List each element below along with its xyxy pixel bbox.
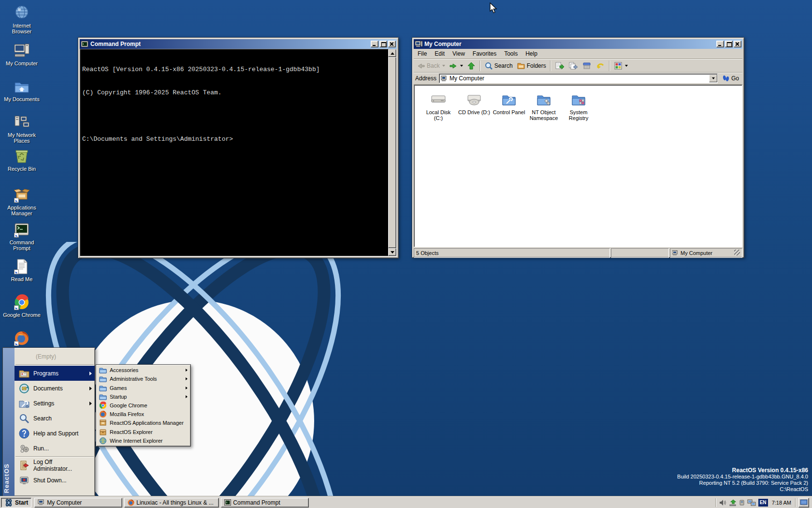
language-indicator[interactable]: EN bbox=[758, 499, 768, 507]
search-button[interactable]: Search bbox=[482, 60, 515, 72]
start-menu-item-log-off[interactable]: Log Off Administrator... bbox=[14, 458, 95, 473]
submenu-item-administrative-tools[interactable]: Administrative Tools bbox=[97, 374, 189, 383]
views-button[interactable] bbox=[612, 60, 630, 72]
desktop-icon-recycle-bin[interactable]: Recycle Bin bbox=[3, 148, 41, 172]
move-to-button[interactable] bbox=[553, 60, 566, 72]
chrome-icon bbox=[99, 402, 107, 409]
minimize-button[interactable] bbox=[371, 41, 378, 47]
forward-arrow-icon bbox=[449, 61, 458, 70]
folders-button[interactable]: Folders bbox=[515, 60, 548, 72]
scrollbar-thumb[interactable] bbox=[388, 57, 396, 248]
volume-icon[interactable] bbox=[719, 499, 726, 506]
network-icon[interactable] bbox=[747, 499, 756, 506]
submenu-item-startup[interactable]: Startup bbox=[97, 392, 189, 401]
resize-grip[interactable] bbox=[734, 250, 740, 255]
drive-item-nt-object-namespace[interactable]: NT Object Namespace bbox=[526, 92, 561, 121]
computer-icon bbox=[14, 43, 30, 59]
close-button[interactable] bbox=[388, 41, 396, 47]
console-output[interactable]: ReactOS [Version 0.4.15-x86 20250323-0.4… bbox=[80, 49, 388, 256]
drive-item-control-panel[interactable]: Control Panel bbox=[492, 92, 526, 115]
address-value: My Computer bbox=[450, 75, 484, 82]
system-tray: EN 7:18 AM bbox=[713, 498, 811, 508]
start-menu-item-shut-down[interactable]: Shut Down... bbox=[14, 473, 95, 488]
start-menu-item-programs[interactable]: Programs bbox=[14, 366, 95, 381]
drive-item-local-disk[interactable]: Local Disk (C:) bbox=[421, 92, 456, 121]
start-menu-item-help[interactable]: Help and Support bbox=[14, 426, 95, 441]
eject-media-icon[interactable] bbox=[729, 499, 737, 506]
desktop-icon-command-prompt[interactable]: Command Prompt bbox=[3, 222, 41, 251]
menu-view[interactable]: View bbox=[449, 49, 469, 58]
close-button[interactable] bbox=[734, 41, 741, 47]
task-button-my-computer[interactable]: My Computer bbox=[34, 498, 122, 508]
menu-edit[interactable]: Edit bbox=[431, 49, 449, 58]
status-objects: 5 Objects bbox=[414, 248, 610, 258]
scroll-up-icon[interactable] bbox=[388, 49, 396, 57]
explorer-chest-icon bbox=[99, 428, 107, 436]
task-button-command-prompt[interactable]: Command Prompt bbox=[221, 498, 309, 508]
menu-bar: File Edit View Favorites Tools Help bbox=[414, 49, 742, 59]
command-prompt-titlebar[interactable]: Command Prompt bbox=[80, 39, 397, 49]
drive-item-system-registry[interactable]: System Registry bbox=[561, 92, 596, 121]
undo-button[interactable] bbox=[594, 60, 607, 72]
my-computer-titlebar[interactable]: My Computer bbox=[414, 39, 742, 49]
toolbar: Back Search Folders bbox=[414, 59, 742, 73]
up-button[interactable] bbox=[465, 60, 478, 72]
menu-file[interactable]: File bbox=[414, 49, 431, 58]
folder-content-area[interactable]: Local Disk (C:) CD Drive (D:) Control Pa… bbox=[414, 85, 742, 247]
tray-separator bbox=[715, 498, 716, 507]
address-combo[interactable]: My Computer bbox=[439, 74, 718, 83]
address-label: Address bbox=[415, 75, 436, 82]
start-button[interactable]: Start bbox=[1, 498, 31, 508]
start-menu-item-search[interactable]: Search bbox=[14, 411, 95, 426]
submenu-item-reactos-applications-manager[interactable]: ReactOS Applications Manager bbox=[97, 418, 189, 427]
submenu-item-mozilla-firefox[interactable]: Mozilla Firefox bbox=[97, 410, 189, 418]
forward-button[interactable] bbox=[447, 60, 465, 72]
desktop-icon-applications-manager[interactable]: Applications Manager bbox=[3, 187, 41, 216]
run-gears-icon bbox=[18, 443, 30, 454]
submenu-item-games[interactable]: Games bbox=[97, 383, 189, 392]
menu-tools[interactable]: Tools bbox=[500, 49, 522, 58]
console-icon bbox=[224, 499, 231, 506]
address-dropdown-button[interactable] bbox=[709, 75, 717, 82]
globe-icon bbox=[14, 5, 30, 21]
status-location: My Computer bbox=[670, 248, 742, 258]
scroll-down-icon[interactable] bbox=[388, 248, 396, 256]
copy-to-button[interactable] bbox=[566, 60, 580, 72]
start-menu-item-documents[interactable]: Documents bbox=[14, 381, 95, 396]
submenu-item-wine-internet-explorer[interactable]: Wine Internet Explorer bbox=[97, 436, 189, 445]
vertical-scrollbar[interactable] bbox=[388, 49, 396, 256]
settings-folder-icon bbox=[18, 398, 30, 409]
delete-button[interactable] bbox=[580, 60, 594, 72]
desktop-icon-read-me[interactable]: Read Me bbox=[3, 258, 41, 282]
device-icon[interactable] bbox=[739, 499, 745, 506]
desktop-icon-my-documents[interactable]: My Documents bbox=[3, 78, 41, 102]
go-button[interactable]: Go bbox=[720, 74, 741, 83]
maximize-button[interactable] bbox=[725, 41, 733, 47]
minimize-button[interactable] bbox=[716, 41, 724, 47]
submenu-item-reactos-explorer[interactable]: ReactOS Explorer bbox=[97, 428, 189, 436]
desktop-icon-my-computer[interactable]: My Computer bbox=[3, 43, 41, 66]
version-line: C:\ReactOS bbox=[677, 486, 808, 493]
maximize-button[interactable] bbox=[379, 41, 387, 47]
drive-item-cd-drive[interactable]: CD Drive (D:) bbox=[457, 92, 492, 115]
back-button[interactable]: Back bbox=[415, 60, 447, 72]
submenu-arrow-icon bbox=[186, 369, 188, 372]
network-icon bbox=[14, 114, 30, 131]
window-title: Command Prompt bbox=[90, 41, 141, 47]
task-button-linuxiac-firefox[interactable]: Linuxiac - All things Linux & ... bbox=[124, 498, 219, 508]
menu-favorites[interactable]: Favorites bbox=[469, 49, 500, 58]
desktop-icon-google-chrome[interactable]: Google Chrome bbox=[3, 294, 41, 318]
start-menu-item-settings[interactable]: Settings bbox=[14, 396, 95, 411]
firefox-icon bbox=[128, 499, 134, 506]
submenu-item-accessories[interactable]: Accessories bbox=[97, 366, 189, 374]
desktop-icon-internet-browser[interactable]: Internet Browser bbox=[3, 5, 41, 34]
shortcut-arrow-icon bbox=[14, 198, 19, 203]
desktop-icon-my-network-places[interactable]: My Network Places bbox=[3, 114, 41, 144]
menu-help[interactable]: Help bbox=[522, 49, 541, 58]
menu-separator bbox=[15, 364, 94, 365]
submenu-item-google-chrome[interactable]: Google Chrome bbox=[97, 401, 189, 410]
version-line: Reporting NT 5.2 (Build 3790: Service Pa… bbox=[677, 480, 808, 486]
console-line: ReactOS [Version 0.4.15-x86 20250323-0.4… bbox=[82, 66, 386, 74]
show-desktop-button[interactable] bbox=[798, 498, 809, 508]
start-menu-item-run[interactable]: Run... bbox=[14, 441, 95, 456]
